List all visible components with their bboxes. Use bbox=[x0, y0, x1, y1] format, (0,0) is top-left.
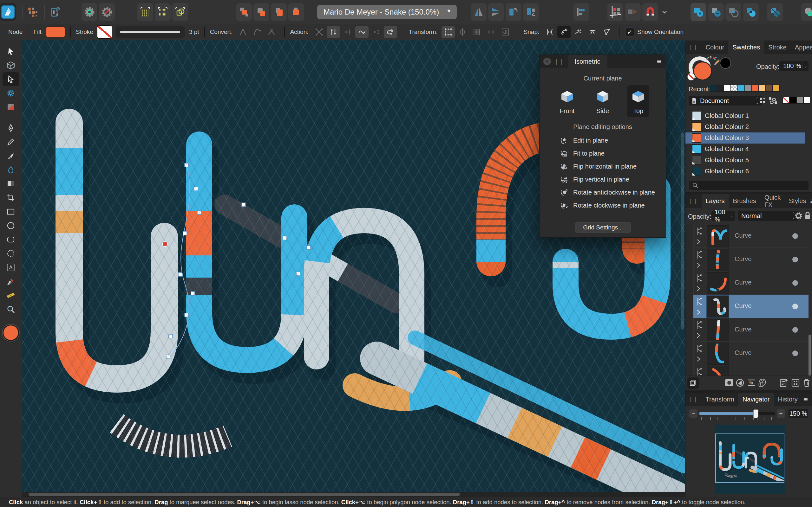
snap-while-dragging-button[interactable] bbox=[557, 26, 571, 38]
fill-colour-well[interactable] bbox=[693, 61, 712, 80]
flip-vertical-in-plane-button[interactable]: Flip vertical in plane bbox=[540, 173, 666, 186]
recent-swatch[interactable] bbox=[717, 84, 724, 92]
snapping-grid-button[interactable] bbox=[607, 3, 623, 21]
swatch-white[interactable] bbox=[803, 97, 810, 104]
layer-row[interactable]: Curve bbox=[693, 248, 809, 271]
layer-effects-icon[interactable]: fx bbox=[747, 378, 756, 388]
tab-styles[interactable]: Styles bbox=[785, 194, 810, 208]
swatch-search-input[interactable] bbox=[689, 181, 809, 190]
transform-spiral-button[interactable] bbox=[499, 26, 512, 38]
boolean-xor-button[interactable] bbox=[743, 3, 759, 21]
document-setup-button[interactable] bbox=[82, 3, 97, 21]
action-reverse-direction-button[interactable] bbox=[384, 26, 397, 38]
convert-smart-button[interactable] bbox=[265, 26, 278, 38]
zoom-out-button[interactable]: − bbox=[689, 409, 698, 418]
drag-handle-icon[interactable]: ❘❘ bbox=[688, 44, 699, 51]
swatch-gray[interactable] bbox=[797, 97, 803, 104]
designer-persona-button[interactable] bbox=[0, 3, 16, 21]
expand-chevron-icon[interactable] bbox=[696, 262, 701, 269]
layer-row[interactable]: Curve bbox=[693, 318, 809, 342]
show-orientation-checkbox[interactable]: ✓ bbox=[625, 27, 634, 37]
convert-smooth-button[interactable] bbox=[251, 26, 264, 38]
fill-tool[interactable] bbox=[3, 163, 19, 177]
vector-crop-tool[interactable] bbox=[3, 191, 19, 205]
swatch-opacity-input[interactable]: 100 % bbox=[779, 61, 806, 71]
selected-node[interactable] bbox=[162, 241, 167, 246]
expand-chevron-icon[interactable] bbox=[696, 238, 701, 245]
point-transform-tool[interactable] bbox=[3, 86, 19, 100]
lock-icon[interactable] bbox=[804, 211, 811, 220]
insert-target-button[interactable] bbox=[625, 3, 641, 21]
picked-colour-well[interactable] bbox=[720, 57, 731, 69]
expand-chevron-icon[interactable] bbox=[696, 355, 701, 362]
isometric-panel-header[interactable]: ✕ ❘❘ Isometric ≡ bbox=[540, 55, 666, 68]
recent-swatch[interactable] bbox=[738, 84, 745, 92]
preferences-button[interactable] bbox=[99, 3, 115, 21]
recent-swatch[interactable] bbox=[710, 84, 717, 92]
add-pixel-layer-icon[interactable] bbox=[791, 378, 800, 388]
shape-tool[interactable] bbox=[3, 246, 19, 261]
transform-origin-button[interactable] bbox=[456, 26, 469, 38]
move-forward-button[interactable] bbox=[253, 3, 269, 21]
colour-picker-tool[interactable] bbox=[3, 274, 19, 288]
navigator-viewport-rect[interactable] bbox=[715, 434, 784, 483]
geometry-merge-button[interactable] bbox=[801, 3, 812, 21]
move-to-front-button[interactable] bbox=[236, 3, 252, 21]
delete-layer-trash-icon[interactable] bbox=[803, 378, 811, 388]
boolean-subtract-button[interactable] bbox=[708, 3, 724, 21]
tab-appearance[interactable]: Appearance bbox=[791, 41, 812, 54]
swatch-black[interactable] bbox=[790, 97, 797, 104]
panel-menu-icon[interactable]: ≡ bbox=[803, 398, 808, 401]
expand-chevron-icon[interactable] bbox=[696, 308, 701, 316]
mask-layer-icon[interactable] bbox=[724, 378, 734, 388]
global-colour-row[interactable]: Global Colour 5 bbox=[686, 155, 805, 166]
drag-handle-icon[interactable]: ❘❘ bbox=[688, 198, 699, 205]
link-swatch-icon[interactable] bbox=[768, 97, 777, 105]
zoom-in-button[interactable]: + bbox=[777, 409, 785, 418]
recent-swatch[interactable] bbox=[745, 84, 752, 92]
grid-settings-button[interactable]: Grid Settings... bbox=[575, 222, 631, 233]
layer-visibility-toggle[interactable] bbox=[792, 350, 798, 356]
pen-tool[interactable] bbox=[3, 121, 19, 135]
canvas-horizontal-scrollbar[interactable] bbox=[21, 492, 685, 497]
stroke-width-slider[interactable] bbox=[115, 26, 185, 38]
expand-chevron-icon[interactable] bbox=[696, 285, 701, 292]
drag-handle-icon[interactable]: ❘❘ bbox=[554, 58, 565, 65]
transform-skew-button[interactable] bbox=[470, 26, 484, 38]
live-filter-icon[interactable] bbox=[757, 378, 767, 388]
transform-mode-bbox-button[interactable] bbox=[442, 26, 455, 38]
layer-row-selected[interactable]: Curve bbox=[693, 295, 809, 318]
layer-visibility-toggle[interactable] bbox=[792, 280, 798, 286]
move-backward-button[interactable] bbox=[271, 3, 287, 21]
recent-swatch[interactable] bbox=[759, 84, 766, 92]
flip-horizontal-in-plane-button[interactable]: Flip horizontal in plane bbox=[540, 160, 666, 173]
expand-chevron-icon[interactable] bbox=[696, 332, 701, 339]
flip-vertical-button[interactable] bbox=[488, 3, 504, 21]
rotate-clockwise-button[interactable] bbox=[523, 3, 539, 21]
panel-menu-icon[interactable]: ≡ bbox=[657, 60, 661, 63]
panel-menu-icon[interactable]: ≡ bbox=[810, 200, 812, 203]
plane-top-button[interactable]: Top bbox=[627, 85, 649, 117]
move-to-back-button[interactable] bbox=[288, 3, 304, 21]
show-grid-button[interactable] bbox=[137, 3, 153, 21]
gradient-tool[interactable] bbox=[3, 100, 19, 114]
snap-off-curve-button[interactable] bbox=[571, 26, 585, 38]
action-join-curves-button[interactable] bbox=[341, 26, 354, 38]
pixel-persona-button[interactable] bbox=[27, 3, 38, 21]
rotate-anticlockwise-button[interactable] bbox=[506, 3, 521, 21]
close-icon[interactable]: ✕ bbox=[543, 58, 551, 65]
edit-in-plane-button[interactable]: Edit in plane bbox=[540, 134, 666, 147]
add-swatch-icon[interactable] bbox=[759, 97, 767, 105]
global-colour-row[interactable]: Global Colour 6 bbox=[686, 166, 805, 177]
plane-side-button[interactable]: Side bbox=[592, 85, 614, 117]
layer-row-partial[interactable] bbox=[693, 365, 809, 376]
opacity-dropdown-icon[interactable]: ⌄ bbox=[803, 61, 809, 71]
recent-swatch[interactable] bbox=[773, 84, 780, 92]
boolean-intersect-button[interactable] bbox=[725, 3, 741, 21]
measure-tool[interactable] bbox=[3, 288, 19, 302]
rotate-anticlockwise-in-plane-button[interactable]: Rotate anticlockwise in plane bbox=[540, 186, 666, 199]
tab-quickfx[interactable]: Quick FX bbox=[760, 194, 785, 208]
swatch-none[interactable] bbox=[782, 97, 790, 104]
layers-scrollbar[interactable] bbox=[809, 335, 811, 376]
adjustment-layer-icon[interactable] bbox=[735, 378, 745, 388]
